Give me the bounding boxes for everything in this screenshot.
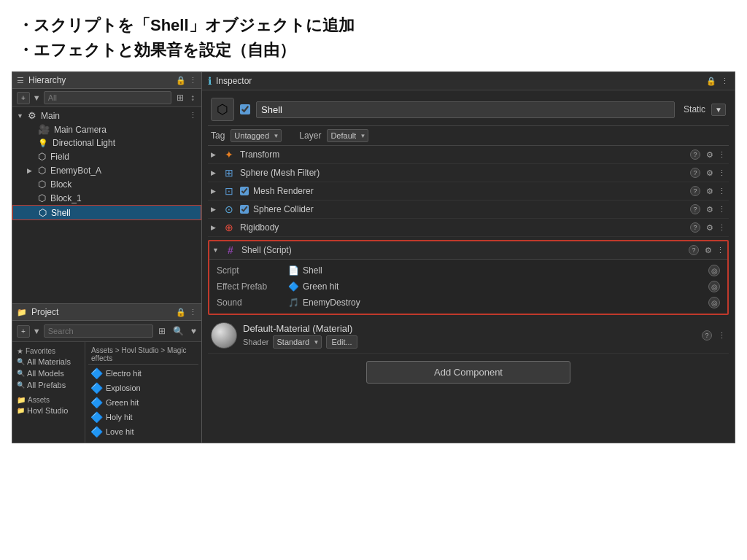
rigidbody-settings-icon[interactable]: ⚙ <box>706 223 713 233</box>
block1-icon: ⬡ <box>38 192 46 203</box>
project-search-input[interactable] <box>44 324 153 338</box>
script-field-effect: Effect Prefab 🔷 Green hit ◎ <box>215 279 721 295</box>
shader-label: Shader <box>243 338 268 346</box>
transform-settings-icon[interactable]: ⚙ <box>706 150 713 160</box>
all-prefabs-label: All Prefabs <box>27 381 66 389</box>
hierarchy-dropdown[interactable]: ▼ <box>33 93 41 102</box>
main-menu-icon[interactable]: ⋮ <box>189 111 197 120</box>
mesh-renderer-checkbox[interactable] <box>240 187 249 195</box>
static-toggle-button[interactable]: ▼ <box>711 104 726 116</box>
asset-green-hit[interactable]: 🔷 Green hit <box>88 395 198 410</box>
shell-script-help-icon[interactable]: ? <box>689 245 699 255</box>
layer-select[interactable]: Default <box>327 129 368 142</box>
sidebar-all-materials[interactable]: 🔍 All Materials <box>14 356 83 368</box>
mesh-renderer-menu-icon[interactable]: ⋮ <box>718 187 726 196</box>
shell-script-settings-icon[interactable]: ⚙ <box>705 246 712 255</box>
project-add-button[interactable]: + <box>17 325 30 338</box>
add-component-button[interactable]: Add Component <box>366 361 570 384</box>
hierarchy-search-input[interactable] <box>44 91 171 104</box>
script-field-sound: Sound 🎵 EnemyDestroy ◎ <box>215 295 721 311</box>
effect-target-button[interactable]: ◎ <box>708 281 720 292</box>
search-icon-sm: 🔍 <box>17 358 25 365</box>
rigidbody-name: Rigidbody <box>240 222 684 233</box>
object-active-checkbox[interactable] <box>240 104 250 114</box>
hierarchy-filter-icon[interactable]: ↕ <box>188 92 197 104</box>
mesh-filter-settings-icon[interactable]: ⚙ <box>706 168 713 178</box>
shader-select[interactable]: Standard <box>273 335 322 349</box>
sidebar-all-models[interactable]: 🔍 All Models <box>14 368 83 379</box>
layer-label: Layer <box>299 131 321 141</box>
shell-label: Shell <box>51 208 71 218</box>
rigidbody-help-icon[interactable]: ? <box>690 222 700 233</box>
asset-electro-hit[interactable]: 🔷 Electro hit <box>88 366 198 381</box>
mesh-renderer-name: Mesh Renderer <box>253 186 684 196</box>
asset-love-hit[interactable]: 🔷 Love hit <box>88 424 198 439</box>
electro-icon: 🔷 <box>90 368 103 379</box>
script-target-button[interactable]: ◎ <box>708 265 720 276</box>
mesh-filter-menu-icon[interactable]: ⋮ <box>718 168 726 178</box>
mesh-filter-help-icon[interactable]: ? <box>690 168 700 178</box>
breadcrumb: Assets > Hovl Studio > Magic effects <box>88 345 198 365</box>
component-mesh-renderer[interactable]: ▶ ⊡ Mesh Renderer ? ⚙ ⋮ <box>208 182 729 201</box>
enemybot-arrow: ▶ <box>27 167 34 174</box>
asset-holy-hit[interactable]: 🔷 Holy hit <box>88 410 198 424</box>
component-mesh-filter[interactable]: ▶ ⊞ Sphere (Mesh Filter) ? ⚙ ⋮ <box>208 164 729 182</box>
component-rigidbody[interactable]: ▶ ⊕ Rigidbody ? ⚙ ⋮ <box>208 219 729 237</box>
shell-icon: ⬡ <box>39 207 47 218</box>
field-label: Field <box>50 152 69 162</box>
project-title-bar: 📁 Project 🔒 ⋮ <box>12 304 201 321</box>
shell-script-header[interactable]: ▼ # Shell (Script) ? ⚙ ⋮ <box>209 241 727 260</box>
material-help-icon[interactable]: ? <box>702 330 712 341</box>
rigidbody-menu-icon[interactable]: ⋮ <box>718 223 726 233</box>
effect-label: Effect Prefab <box>217 281 282 292</box>
project-filter-icon1[interactable]: ⊞ <box>156 325 168 337</box>
sound-icon: 🎵 <box>288 298 299 308</box>
sound-target-button[interactable]: ◎ <box>708 297 720 308</box>
sphere-collider-checkbox[interactable] <box>240 205 249 214</box>
all-materials-label: All Materials <box>27 357 71 366</box>
green-hit-label: Green hit <box>106 398 139 407</box>
mesh-renderer-settings-icon[interactable]: ⚙ <box>706 187 713 196</box>
inspector-info-icon: ℹ <box>208 75 212 87</box>
holy-hit-icon: 🔷 <box>90 411 103 423</box>
hierarchy-item-dirlight[interactable]: 💡 Directional Light <box>12 136 201 149</box>
hierarchy-item-block[interactable]: ⬡ Block <box>12 177 201 191</box>
transform-menu-icon[interactable]: ⋮ <box>718 150 726 160</box>
asset-explosion[interactable]: 🔷 Explosion <box>88 381 198 395</box>
hierarchy-item-block1[interactable]: ⬡ Block_1 <box>12 191 201 205</box>
transform-help-icon[interactable]: ? <box>690 149 700 160</box>
inspector-title-bar: ℹ Inspector 🔒 ⋮ <box>202 72 735 90</box>
project-menu-icon: ⋮ <box>189 308 197 317</box>
hierarchy-scene-icon[interactable]: ⊞ <box>174 92 186 104</box>
tag-select[interactable]: Untagged <box>231 129 282 142</box>
mesh-filter-arrow: ▶ <box>211 169 218 176</box>
shader-edit-button[interactable]: Edit... <box>326 335 357 349</box>
mesh-renderer-help-icon[interactable]: ? <box>690 186 700 196</box>
inspector-lock-icon: 🔒 <box>706 77 716 86</box>
component-transform[interactable]: ▶ ✦ Transform ? ⚙ ⋮ <box>208 146 729 164</box>
hierarchy-item-shell[interactable]: ⬡ Shell <box>12 205 201 220</box>
material-menu-icon[interactable]: ⋮ <box>718 331 726 341</box>
object-name-input[interactable] <box>256 101 675 118</box>
sphere-collider-menu-icon[interactable]: ⋮ <box>718 205 726 214</box>
shell-script-menu-icon[interactable]: ⋮ <box>716 246 724 255</box>
love-hit-icon: 🔷 <box>90 426 103 438</box>
camera-label: Main Camera <box>54 125 107 135</box>
hierarchy-item-enemybot[interactable]: ▶ ⬡ EnemyBot_A <box>12 163 201 177</box>
hierarchy-item-camera[interactable]: 🎥 Main Camera <box>12 122 201 136</box>
component-sphere-collider[interactable]: ▶ ⊙ Sphere Collider ? ⚙ ⋮ <box>208 201 729 219</box>
sidebar-hovl-studio[interactable]: 📁 Hovl Studio <box>14 405 83 416</box>
enemybot-icon: ⬡ <box>38 165 46 176</box>
shell-script-container: ▼ # Shell (Script) ? ⚙ ⋮ Script 📄 Shell <box>208 240 729 315</box>
project-title: Project <box>31 307 173 317</box>
sidebar-all-prefabs[interactable]: 🔍 All Prefabs <box>14 379 83 391</box>
project-filter-icon2[interactable]: 🔍 <box>171 325 186 337</box>
hierarchy-add-button[interactable]: + <box>17 92 30 104</box>
hierarchy-item-field[interactable]: ⬡ Field <box>12 149 201 163</box>
project-filter-icon3[interactable]: ♥ <box>189 325 198 337</box>
mesh-filter-icon: ⊞ <box>222 167 236 179</box>
sphere-collider-settings-icon[interactable]: ⚙ <box>706 205 713 214</box>
project-add-dropdown[interactable]: ▼ <box>33 327 41 335</box>
sphere-collider-help-icon[interactable]: ? <box>690 204 700 214</box>
hierarchy-item-main[interactable]: ▼ ⚙ Main ⋮ <box>12 109 201 122</box>
